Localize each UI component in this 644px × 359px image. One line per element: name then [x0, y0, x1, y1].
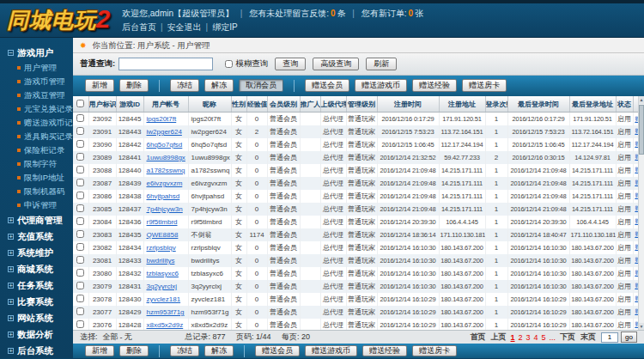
- account-link[interactable]: hzm953f71g: [147, 308, 185, 316]
- pager-page-3[interactable]: 3: [526, 333, 531, 342]
- row-checkbox[interactable]: [76, 127, 84, 135]
- account-link[interactable]: 6hvjtpahsd: [147, 192, 180, 200]
- col-header-最后登录地址: 最后登录地址: [569, 96, 616, 113]
- sidebar-subitem-保险柜记录[interactable]: 保险柜记录: [0, 143, 73, 157]
- toolbar-button-删除[interactable]: 删除: [119, 79, 149, 92]
- account-link[interactable]: 7p4hjcyw3n: [147, 205, 183, 213]
- account-link[interactable]: QWE8858: [147, 231, 179, 239]
- toolbar-button-赠送经验[interactable]: 赠送经验: [412, 79, 457, 92]
- cell-logins: 1: [485, 113, 507, 125]
- header-link-1[interactable]: 安全退出: [167, 22, 202, 32]
- row-checkbox[interactable]: [76, 243, 84, 251]
- refresh-button[interactable]: 刷新: [366, 58, 397, 70]
- account-link[interactable]: zyvclez181: [147, 295, 181, 303]
- header-link-0[interactable]: 后台首页: [122, 22, 156, 32]
- pager-page-4[interactable]: 4: [534, 333, 538, 342]
- toolbar-button-赠送游戏币[interactable]: 赠送游戏币: [305, 345, 357, 356]
- sidebar-subitem-限制字符[interactable]: 限制字符: [0, 157, 73, 171]
- account-link[interactable]: ipgs20t7ft: [147, 115, 177, 123]
- row-checkbox[interactable]: [76, 140, 84, 148]
- sidebar-item-后台系统[interactable]: +后台系统: [0, 343, 73, 358]
- account-link[interactable]: iw2pger624: [147, 128, 182, 136]
- scroll-down-icon[interactable]: ▼: [639, 323, 644, 330]
- scroll-up-icon[interactable]: ▲: [639, 96, 644, 104]
- toolbar-button-删除[interactable]: 删除: [119, 345, 149, 356]
- row-checkbox[interactable]: [76, 192, 84, 199]
- row-checkbox[interactable]: [76, 179, 84, 186]
- advanced-query-button[interactable]: 高级查询: [313, 58, 359, 70]
- account-link[interactable]: 1uwu8998gx: [147, 154, 185, 161]
- row-checkbox[interactable]: [76, 307, 84, 315]
- pager-first[interactable]: 首页: [471, 332, 486, 343]
- sidebar-item-系统维护[interactable]: +系统维护: [0, 245, 73, 261]
- query-button[interactable]: 查询: [275, 58, 306, 70]
- sidebar-item-游戏用户[interactable]: −游戏用户: [0, 45, 73, 61]
- sidebar-item-数据分析[interactable]: +数据分析: [0, 326, 73, 343]
- toolbar-button-赠送会员[interactable]: 赠送会员: [255, 345, 300, 356]
- row-checkbox[interactable]: [76, 282, 84, 289]
- pager-page-5[interactable]: 5: [542, 333, 546, 342]
- header-link-2[interactable]: 绑定IP: [212, 22, 237, 32]
- scrollbar-thumb[interactable]: [639, 105, 644, 155]
- row-checkbox[interactable]: [76, 230, 84, 238]
- sidebar-subitem-限制IP地址[interactable]: 限制IP地址: [0, 171, 73, 185]
- row-checkbox[interactable]: [76, 153, 84, 161]
- sidebar-subitem-限制机器码[interactable]: 限制机器码: [0, 185, 73, 198]
- search-input[interactable]: [118, 58, 213, 70]
- account-link[interactable]: bwdrilitys: [147, 257, 175, 265]
- pager-next[interactable]: 下页: [560, 332, 575, 343]
- account-link[interactable]: a1782sswnq: [147, 167, 185, 174]
- account-link[interactable]: e6ivzgvxzm: [147, 180, 183, 187]
- toolbar-button-赠送游戏币[interactable]: 赠送游戏币: [355, 79, 407, 92]
- sidebar-item-任务系统[interactable]: +任务系统: [0, 277, 73, 294]
- sidebar-item-比赛系统[interactable]: +比赛系统: [0, 294, 73, 310]
- table-scrollbar[interactable]: ▲ ▼: [638, 96, 644, 330]
- row-checkbox[interactable]: [76, 114, 84, 122]
- select-none-link[interactable]: 无: [125, 332, 132, 343]
- account-link[interactable]: x8xd5x2d9z: [147, 321, 184, 329]
- toolbar-button-解冻[interactable]: 解冻: [204, 79, 234, 92]
- pager-prev[interactable]: 上页: [491, 332, 507, 343]
- toolbar-button-解冻[interactable]: 解冻: [204, 345, 234, 356]
- pager-page-1[interactable]: 1: [511, 333, 515, 342]
- sidebar-subitem-游戏币管理[interactable]: 游戏币管理: [0, 75, 73, 88]
- pager-go-button[interactable]: go: [621, 332, 637, 343]
- sidebar-subitem-赠送游戏币记录[interactable]: 赠送游戏币记录: [0, 116, 73, 130]
- toolbar-button-新增[interactable]: 新增: [85, 79, 114, 92]
- sidebar-item-代理商管理[interactable]: +代理商管理: [0, 212, 73, 228]
- account-link[interactable]: 6hq5o7qfsd: [147, 141, 183, 149]
- row-checkbox[interactable]: [76, 269, 84, 277]
- sidebar-subitem-申诉管理[interactable]: 申诉管理: [0, 198, 73, 212]
- toolbar-button-新增[interactable]: 新增: [85, 345, 114, 356]
- toolbar-button-赠送会员[interactable]: 赠送会员: [305, 79, 349, 92]
- account-link[interactable]: 3q2yyrclxj: [147, 283, 178, 290]
- sidebar-item-商城系统[interactable]: +商城系统: [0, 261, 73, 277]
- sidebar-subitem-元宝兑换记录[interactable]: 元宝兑换记录: [0, 102, 73, 116]
- toolbar-button-赠送房卡[interactable]: 赠送房卡: [462, 79, 507, 92]
- row-checkbox[interactable]: [76, 295, 84, 302]
- row-checkbox[interactable]: [76, 320, 84, 328]
- select-all-checkbox[interactable]: [76, 100, 84, 107]
- toolbar-button-赠送房卡[interactable]: 赠送房卡: [412, 345, 457, 356]
- pager-page-2[interactable]: 2: [519, 333, 523, 342]
- pager-last[interactable]: 末页: [580, 332, 596, 343]
- sidebar-item-充值系统[interactable]: +充值系统: [0, 228, 73, 245]
- fuzzy-checkbox[interactable]: [225, 60, 233, 68]
- toolbar-button-冻结[interactable]: 冻结: [170, 79, 199, 92]
- sidebar-subitem-道具购买记录[interactable]: 道具购买记录: [0, 130, 73, 143]
- account-link[interactable]: rzrlpsblqv: [147, 244, 176, 252]
- row-checkbox[interactable]: [76, 204, 84, 212]
- account-link[interactable]: r9f5tlmbrd: [147, 218, 178, 226]
- account-link[interactable]: tzblasyxc6: [147, 270, 179, 277]
- sidebar-subitem-用户管理[interactable]: 用户管理: [0, 61, 73, 75]
- row-checkbox[interactable]: [76, 217, 84, 225]
- toolbar-button-冻结[interactable]: 冻结: [170, 345, 199, 356]
- row-checkbox[interactable]: [76, 166, 84, 173]
- toolbar-button-取消会员[interactable]: 取消会员: [239, 79, 283, 92]
- sidebar-subitem-游戏豆管理[interactable]: 游戏豆管理: [0, 88, 73, 102]
- select-all-link[interactable]: 全部: [103, 332, 118, 343]
- toolbar-button-赠送经验[interactable]: 赠送经验: [362, 345, 407, 356]
- row-checkbox[interactable]: [76, 256, 84, 264]
- pager-goto-input[interactable]: [601, 332, 618, 343]
- sidebar-item-网站系统[interactable]: +网站系统: [0, 310, 73, 326]
